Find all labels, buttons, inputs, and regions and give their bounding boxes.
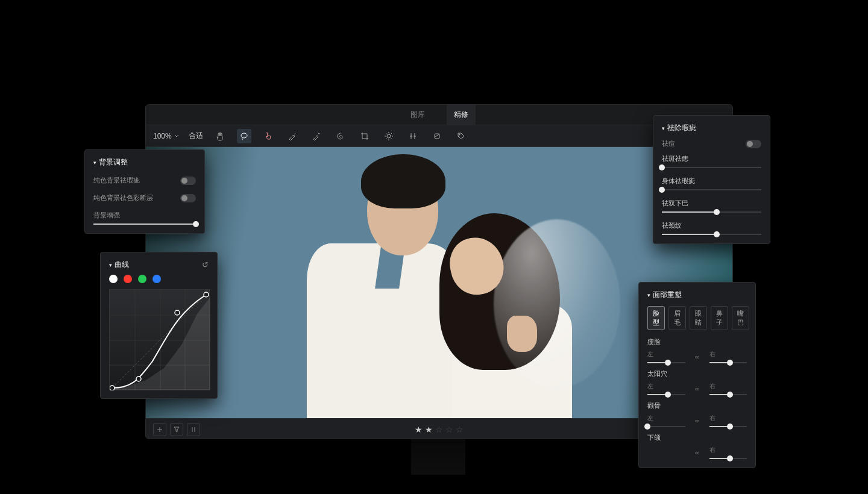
svg-point-5: [136, 377, 141, 381]
brightness-tool-icon[interactable]: [382, 129, 396, 143]
bars-icon: [190, 426, 197, 433]
bg-row2-toggle[interactable]: [180, 194, 196, 202]
panel-background-adjust: ▾ 背景调整 纯色背景祛瑕疵 纯色背景祛色彩断层 背景增强: [84, 149, 205, 234]
face-tab-shape[interactable]: 脸型: [647, 306, 665, 330]
temple-right-slider[interactable]: [709, 394, 747, 395]
face-tab-brow[interactable]: 眉毛: [668, 306, 686, 330]
svg-point-6: [175, 310, 180, 315]
photo-illustration: [271, 147, 608, 418]
clone-brush-icon[interactable]: [309, 129, 324, 143]
svg-point-7: [204, 292, 209, 297]
add-button[interactable]: [153, 423, 166, 436]
tag-tool-icon[interactable]: [454, 129, 468, 143]
tab-library[interactable]: 图库: [403, 105, 432, 125]
face-tab-nose[interactable]: 鼻子: [711, 306, 728, 330]
bg-row1-toggle[interactable]: [180, 177, 196, 185]
hand-tool-icon[interactable]: [213, 129, 227, 143]
jaw-right-slider[interactable]: [709, 458, 747, 459]
svg-point-4: [110, 386, 115, 390]
chevron-down-icon: [174, 134, 179, 139]
star-2[interactable]: ★: [425, 425, 433, 434]
link-icon[interactable]: ∞: [693, 385, 702, 392]
tab-refine[interactable]: 精修: [447, 105, 476, 125]
blem-acne-label: 祛痘: [662, 139, 675, 148]
zoom-dropdown[interactable]: 100%: [153, 132, 179, 140]
toolbar: 100% 合适: [146, 125, 732, 147]
star-5[interactable]: ☆: [456, 425, 464, 434]
bg-enhance-slider[interactable]: [93, 224, 196, 225]
blem-neck-label: 祛颈纹: [662, 221, 761, 230]
curve-channel-red[interactable]: [124, 275, 132, 283]
face-tab-mouth[interactable]: 嘴巴: [732, 306, 749, 330]
blem-chin-slider[interactable]: [662, 211, 761, 213]
curve-channel-dots: [109, 275, 209, 283]
panel-face-title[interactable]: ▾ 面部重塑: [647, 290, 747, 300]
svg-point-1: [387, 134, 391, 138]
fit-button[interactable]: 合适: [189, 131, 203, 141]
panel-bg-title[interactable]: ▾ 背景调整: [93, 157, 196, 167]
blem-acne-toggle[interactable]: [746, 140, 761, 148]
caret-down-icon: ▾: [93, 160, 96, 166]
link-icon[interactable]: ∞: [693, 449, 702, 456]
curve-channel-green[interactable]: [138, 275, 146, 283]
blem-body-label: 身体祛瑕疵: [662, 177, 761, 186]
panel-curves-title[interactable]: ▾ 曲线: [109, 260, 129, 270]
crop-tool-icon[interactable]: [357, 129, 372, 143]
curve-channel-white[interactable]: [109, 275, 118, 283]
curve-channel-blue[interactable]: [153, 275, 161, 283]
star-1[interactable]: ★: [415, 425, 423, 434]
panel-face-reshape: ▾ 面部重塑 脸型 眉毛 眼睛 鼻子 嘴巴 瘦脸 左 ∞ 右 太阳穴 左: [638, 282, 756, 468]
blem-spot-slider[interactable]: [662, 167, 761, 168]
face-temple-label: 太阳穴: [647, 369, 747, 378]
face-thin-label: 瘦脸: [647, 337, 747, 346]
svg-point-0: [241, 133, 247, 138]
top-tab-bar: 图库 精修: [146, 105, 732, 125]
star-3[interactable]: ☆: [435, 425, 443, 434]
face-cheek-label: 颧骨: [647, 401, 747, 410]
monitor-stand: [411, 439, 465, 475]
patch-tool-icon[interactable]: [430, 129, 444, 143]
right-label: 右: [709, 350, 747, 358]
plus-icon: [156, 426, 163, 433]
caret-down-icon: ▾: [662, 125, 665, 131]
panel-blemish: ▾ 祛除瑕疵 祛痘 祛斑祛痣 身体祛瑕疵 祛双下巴 祛颈纹: [653, 115, 770, 244]
blem-neck-slider[interactable]: [662, 234, 761, 235]
compare-button[interactable]: [187, 423, 200, 436]
flip-tool-icon[interactable]: [406, 129, 420, 143]
caret-down-icon: ▾: [109, 262, 112, 268]
blem-chin-label: 祛双下巴: [662, 199, 761, 208]
bg-row3-label: 背景增强: [93, 211, 120, 219]
link-icon[interactable]: ∞: [693, 353, 702, 360]
panel-curves: ▾ 曲线 ↺: [100, 252, 218, 399]
zoom-value: 100%: [153, 132, 172, 140]
caret-down-icon: ▾: [647, 292, 650, 298]
filter-button[interactable]: [170, 423, 183, 436]
thin-right-slider[interactable]: [709, 362, 747, 363]
curves-graph[interactable]: [109, 289, 210, 390]
face-tab-eye[interactable]: 眼睛: [690, 306, 707, 330]
link-icon[interactable]: ∞: [693, 417, 702, 424]
cheek-left-slider[interactable]: [647, 426, 685, 427]
heal-brush-icon[interactable]: [285, 129, 300, 143]
panel-blemish-title[interactable]: ▾ 祛除瑕疵: [662, 123, 761, 133]
blem-body-slider[interactable]: [662, 189, 761, 190]
thin-left-slider[interactable]: [647, 362, 685, 363]
face-jaw-label: 下颌: [647, 433, 747, 442]
curves-reset-icon[interactable]: ↺: [202, 260, 209, 269]
svg-point-3: [459, 134, 460, 135]
swirl-tool-icon[interactable]: [333, 129, 348, 143]
finger-tool-icon[interactable]: [261, 129, 275, 143]
face-tabs: 脸型 眉毛 眼睛 鼻子 嘴巴: [647, 306, 747, 330]
left-label: 左: [647, 350, 685, 358]
bg-row2-label: 纯色背景祛色彩断层: [93, 193, 153, 202]
cheek-right-slider[interactable]: [709, 426, 747, 427]
lasso-tool-icon[interactable]: [237, 129, 251, 143]
bg-row1-label: 纯色背景祛瑕疵: [93, 176, 140, 185]
rating-stars[interactable]: ★ ★ ☆ ☆ ☆: [415, 425, 464, 434]
funnel-icon: [173, 426, 180, 433]
blem-spot-label: 祛斑祛痣: [662, 154, 761, 163]
star-4[interactable]: ☆: [445, 425, 453, 434]
temple-left-slider[interactable]: [647, 394, 685, 395]
